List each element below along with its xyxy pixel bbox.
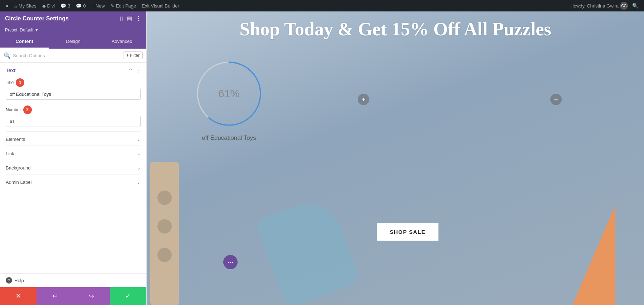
text-section-icons: ⌃ ⋮ [128, 68, 141, 73]
link-section-header[interactable]: Link ⌄ [0, 146, 146, 160]
search-icon: 🔍 [4, 52, 11, 59]
elements-section-header[interactable]: Elements ⌄ [0, 132, 146, 146]
new-button[interactable]: + New [89, 0, 108, 11]
floating-options-button[interactable]: ⋯ [223, 255, 238, 269]
comments-zero[interactable]: 💬 0 [73, 0, 88, 11]
sidebar-tabs: Content Design Advanced [0, 35, 146, 49]
sidebar: Circle Counter Settings ▯ ▤ ⋮ Preset: De… [0, 11, 147, 305]
background-section-header[interactable]: Background ⌄ [0, 160, 146, 174]
number-field-group: Number 2 [0, 104, 146, 131]
circle-percent-text: 61% [218, 88, 240, 100]
preset-row: Preset: Default ▼ [0, 25, 146, 35]
dots-icon: ⋯ [227, 258, 234, 266]
toy-triangle-decoration [572, 205, 615, 305]
more-options-icon[interactable]: ⋮ [136, 68, 141, 73]
chevron-down-icon[interactable]: ⌄ [137, 151, 141, 156]
sidebar-header-icons: ▯ ▤ ⋮ [120, 15, 141, 22]
sidebar-content: Text ⌃ ⋮ Title 1 Number [0, 63, 146, 273]
more-icon[interactable]: ⋮ [136, 15, 141, 22]
elements-section-title: Elements [6, 137, 25, 142]
chevron-down-icon[interactable]: ⌄ [137, 165, 141, 171]
toy-block-decoration [150, 162, 179, 305]
confirm-button[interactable]: ✓ [110, 287, 146, 305]
link-section-title: Link [6, 151, 14, 156]
search-input[interactable] [13, 53, 121, 58]
text-section-title: Text [6, 68, 16, 73]
preview-area: Shop Today & Get 15% Off All Puzzles 61% [147, 11, 644, 305]
main-layout: Circle Counter Settings ▯ ▤ ⋮ Preset: De… [0, 11, 644, 305]
chevron-down-icon: ▼ [34, 28, 39, 33]
number-badge: 2 [23, 105, 32, 114]
filter-button[interactable]: + Filter [123, 51, 143, 59]
preview-content: Shop Today & Get 15% Off All Puzzles 61% [147, 11, 644, 305]
tab-advanced[interactable]: Advanced [98, 35, 146, 49]
exit-visual-builder-button[interactable]: Exit Visual Builder [139, 0, 182, 11]
wp-icon: ● [6, 3, 9, 9]
redo-button[interactable]: ↪ [73, 287, 110, 305]
sidebar-title: Circle Counter Settings [5, 15, 69, 22]
admin-bar-right: Howdy, Christina Gwira CG 🔍 [570, 2, 641, 10]
comment-icon: 💬 [60, 3, 66, 9]
tab-design[interactable]: Design [49, 35, 97, 49]
avatar: CG [620, 2, 628, 10]
comment-zero-icon: 💬 [76, 3, 82, 9]
help-icon: ? [6, 277, 12, 284]
title-label: Title 1 [6, 78, 141, 87]
divi-icon: ◆ [42, 3, 46, 9]
my-sites-menu[interactable]: ⌂ My Sites [11, 0, 39, 11]
toy-hole-1 [157, 191, 172, 205]
edit-icon: ✎ [111, 3, 114, 9]
number-label: Number 2 [6, 105, 141, 114]
action-bar: ✕ ↩ ↪ ✓ [0, 287, 146, 305]
responsive-icon[interactable]: ▯ [120, 15, 123, 22]
preview-headline: Shop Today & Get 15% Off All Puzzles [147, 11, 644, 51]
number-input[interactable] [6, 116, 141, 127]
divi-menu[interactable]: ◆ Divi [39, 0, 58, 11]
chevron-down-icon[interactable]: ⌄ [137, 179, 141, 185]
toy-hole-3 [157, 248, 172, 262]
admin-bar: ● ⌂ My Sites ◆ Divi 💬 3 💬 0 + New ✎ Edit… [0, 0, 644, 11]
preset-selector[interactable]: Preset: Default ▼ [5, 28, 141, 33]
undo-button[interactable]: ↩ [36, 287, 73, 305]
toy-wrench-decoration [255, 194, 361, 305]
background-section-title: Background [6, 165, 30, 171]
circle-label-text: off Educational Toys [202, 134, 256, 142]
search-icon[interactable]: 🔍 [629, 3, 641, 9]
title-input[interactable] [6, 89, 141, 100]
help-bar[interactable]: ? Help [0, 273, 146, 287]
tab-content[interactable]: Content [0, 35, 49, 49]
comments-menu[interactable]: 💬 3 [58, 0, 73, 11]
title-badge: 1 [16, 78, 24, 87]
admin-label-section-title: Admin Label [6, 179, 31, 185]
text-section-header[interactable]: Text ⌃ ⋮ [0, 63, 146, 77]
wp-logo[interactable]: ● [3, 0, 11, 11]
howdy-text: Howdy, Christina Gwira [570, 3, 619, 9]
chevron-up-icon[interactable]: ⌃ [128, 68, 133, 73]
chevron-down-icon[interactable]: ⌄ [137, 137, 141, 142]
circle-counter-wrapper: 61% off Educational Toys [193, 58, 265, 142]
add-module-button-1[interactable]: + [358, 94, 369, 105]
columns-icon[interactable]: ▤ [127, 15, 132, 22]
headline-text: Shop Today & Get 15% Off All Puzzles [161, 19, 630, 40]
sidebar-search-bar: 🔍 + Filter [0, 49, 146, 63]
add-module-button-2[interactable]: + [550, 94, 562, 105]
edit-page-button[interactable]: ✎ Edit Page [108, 0, 139, 11]
sidebar-header: Circle Counter Settings ▯ ▤ ⋮ [0, 11, 146, 25]
sites-icon: ⌂ [14, 3, 17, 9]
toy-hole-2 [157, 219, 172, 233]
circle-counter: 61% [193, 58, 265, 129]
admin-label-section-header[interactable]: Admin Label ⌄ [0, 174, 146, 188]
title-field-group: Title 1 [0, 77, 146, 104]
cancel-button[interactable]: ✕ [0, 287, 36, 305]
shop-sale-button[interactable]: SHOP SALE [377, 223, 438, 241]
